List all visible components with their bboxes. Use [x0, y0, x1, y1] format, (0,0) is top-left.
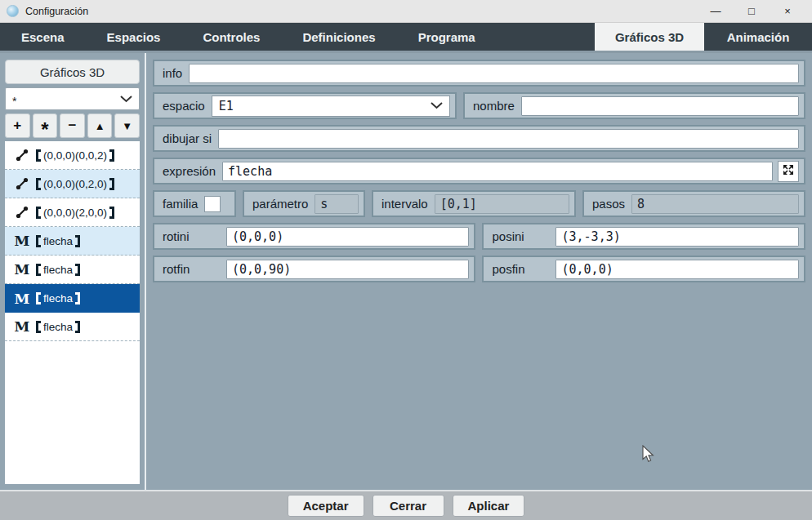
bracket-close	[75, 235, 80, 247]
maximize-button[interactable]: □	[734, 1, 770, 22]
tab-definiciones[interactable]: Definiciones	[281, 23, 396, 51]
add-item-button[interactable]: +	[5, 113, 30, 138]
tab-graficos-3d[interactable]: Gráficos 3D	[595, 23, 704, 51]
window-title: Configuración	[25, 6, 88, 17]
nombre-label: nombre	[473, 99, 515, 113]
posfin-label: posfin	[492, 262, 549, 276]
macro-m-icon: M	[13, 318, 31, 335]
dibujar-si-label: dibujar si	[163, 131, 212, 145]
parametro-label: parámetro	[252, 197, 308, 211]
info-group: info	[153, 60, 805, 87]
minimize-button[interactable]: —	[698, 1, 734, 22]
bracket-open	[36, 207, 41, 219]
dialog-footer: Aceptar Cerrar Aplicar	[0, 490, 812, 520]
filter-select[interactable]: *	[5, 87, 140, 110]
remove-item-button[interactable]: −	[60, 113, 85, 138]
window-controls: — □ ×	[698, 1, 805, 22]
segment-icon	[13, 205, 31, 220]
configuration-window: Configuración — □ × Escena Espacios Cont…	[0, 0, 812, 520]
pasos-input	[631, 194, 799, 214]
list-item-macro-3-selected[interactable]: M flecha	[5, 284, 140, 313]
duplicate-item-button[interactable]: *	[33, 113, 58, 138]
familia-group: familia	[153, 190, 236, 217]
familia-label: familia	[163, 197, 198, 211]
filter-select-value: *	[12, 97, 16, 105]
espacio-select-value: E1	[219, 99, 234, 113]
nombre-group: nombre	[463, 92, 805, 119]
list-item-segment-3[interactable]: (0,0,0)(2,0,0)	[5, 198, 140, 227]
parametro-group: parámetro	[243, 190, 365, 217]
list-item-macro-1[interactable]: M flecha	[5, 227, 140, 256]
bracket-open	[36, 178, 41, 190]
app-icon	[7, 5, 19, 17]
rotfin-group: rotfin	[153, 256, 476, 282]
title-bar: Configuración — □ ×	[0, 0, 812, 23]
properties-panel: info espacio E1 nombre	[146, 53, 812, 490]
posini-label: posini	[492, 229, 549, 243]
move-down-button[interactable]: ▼	[114, 113, 140, 138]
bracket-open	[36, 264, 41, 276]
espacio-select[interactable]: E1	[212, 96, 450, 117]
espacio-label: espacio	[163, 99, 205, 113]
expresion-input[interactable]	[222, 162, 773, 181]
chevron-down-icon	[431, 102, 443, 109]
info-input[interactable]	[189, 64, 799, 83]
tab-programa[interactable]: Programa	[397, 23, 497, 51]
expand-editor-button[interactable]	[778, 161, 799, 182]
expresion-group: expresión	[153, 158, 805, 184]
bracket-close	[75, 264, 80, 276]
posini-group: posini	[482, 223, 805, 250]
nombre-input[interactable]	[521, 96, 799, 116]
rotfin-label: rotfin	[163, 262, 220, 276]
tab-animacion[interactable]: Animación	[704, 23, 812, 51]
macro-m-icon: M	[13, 261, 31, 278]
expresion-label: expresión	[163, 164, 216, 178]
espacio-group: espacio E1	[153, 92, 457, 119]
bracket-open	[36, 149, 41, 162]
bracket-close	[75, 321, 80, 333]
expand-arrows-icon	[782, 163, 795, 179]
dibujar-si-input[interactable]	[218, 129, 799, 149]
rotfin-input[interactable]	[226, 260, 470, 279]
cerrar-button[interactable]: Cerrar	[373, 495, 444, 517]
tab-controles[interactable]: Controles	[181, 23, 281, 51]
tab-espacios[interactable]: Espacios	[86, 23, 182, 51]
bracket-open	[36, 321, 41, 333]
info-label: info	[163, 66, 182, 80]
macro-m-icon: M	[13, 233, 31, 249]
aceptar-button[interactable]: Aceptar	[288, 495, 364, 517]
close-button[interactable]: ×	[770, 1, 805, 22]
chevron-down-icon	[120, 96, 132, 103]
parametro-input	[315, 194, 359, 214]
segment-icon	[13, 148, 31, 162]
bracket-open	[36, 292, 41, 304]
aplicar-button[interactable]: Aplicar	[453, 495, 525, 517]
intervalo-group: intervalo	[372, 190, 576, 217]
list-item-macro-2[interactable]: M flecha	[5, 256, 140, 284]
list-item-segment-2[interactable]: (0,0,0)(0,2,0)	[5, 170, 140, 198]
familia-checkbox[interactable]	[204, 196, 221, 212]
intervalo-input	[435, 194, 569, 214]
bracket-close	[109, 178, 114, 190]
segment-icon	[13, 176, 31, 191]
move-up-button[interactable]: ▲	[87, 113, 113, 138]
graphics-3d-panel: Gráficos 3D * + * − ▲ ▼ (0	[0, 53, 146, 490]
macro-m-icon: M	[13, 291, 31, 307]
tab-escena[interactable]: Escena	[0, 23, 86, 51]
tab-spacer	[497, 23, 595, 51]
list-item-segment-1[interactable]: (0,0,0)(0,0,2)	[5, 141, 140, 170]
list-item-macro-4[interactable]: M flecha	[5, 313, 140, 341]
graphics-list: (0,0,0)(0,0,2) (0,0,0)(0,2,0) (0,0,0)(2,…	[5, 141, 140, 484]
rotini-input[interactable]	[226, 227, 470, 247]
bracket-close	[75, 292, 80, 304]
rotini-group: rotini	[153, 223, 476, 250]
posfin-group: posfin	[482, 256, 805, 282]
dibujar-si-group: dibujar si	[153, 125, 805, 152]
posini-input[interactable]	[555, 227, 799, 247]
intervalo-label: intervalo	[381, 197, 428, 211]
bracket-close	[109, 207, 114, 219]
content-area: Gráficos 3D * + * − ▲ ▼ (0	[0, 51, 812, 490]
rotini-label: rotini	[163, 229, 220, 243]
posfin-input[interactable]	[555, 260, 799, 279]
bracket-close	[109, 149, 114, 162]
